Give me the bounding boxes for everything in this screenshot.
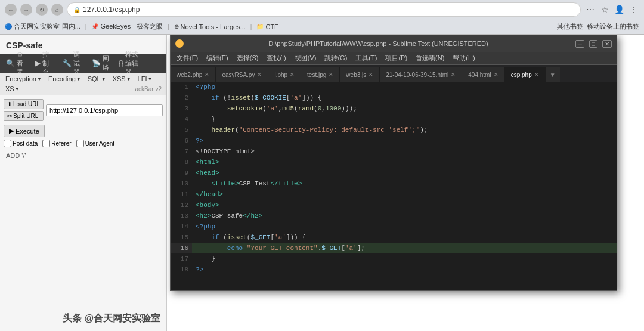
line-num-4: 4	[171, 114, 192, 125]
tab-404html[interactable]: 404.html ✕	[462, 67, 504, 82]
hackbar-sql-menu[interactable]: SQL ▼	[85, 74, 109, 83]
tab-label-21-html: 21-04-10-06-39-15.html	[386, 72, 448, 78]
code-line-11: </head>	[192, 189, 617, 200]
forward-button[interactable]: →	[20, 4, 32, 16]
tab-close-testjpg[interactable]: ✕	[329, 72, 333, 78]
postdata-checkbox[interactable]	[4, 140, 11, 147]
hackbar-body: ⬆ Load URL ✂ Split URL ▶ Execute	[0, 95, 166, 331]
execute-button[interactable]: ▶ Execute	[4, 125, 45, 137]
bookmark-item-2[interactable]: ⊕ Novel Tools - Larges...	[174, 23, 246, 30]
tab-web3js[interactable]: web3.js ✕	[340, 67, 380, 82]
line-num-5: 5	[171, 125, 192, 135]
code-line-5: header("Content-Security-Policy: default…	[192, 125, 617, 135]
browser-titlebar: ← → ↻ ⌂ 🔒 127.0.0.1/csp.php ⋯ ☆ 👤 ⋮	[0, 0, 644, 19]
hackbar-encoding-menu[interactable]: Encoding ▼	[45, 74, 84, 83]
url-input[interactable]	[46, 104, 163, 116]
sublime-menu-tools[interactable]: 工具(T)	[352, 52, 380, 64]
hackbar-xs-menu[interactable]: XS ▼	[2, 84, 23, 94]
code-line-9: <head>	[192, 168, 617, 178]
sublime-restore-button[interactable]: □	[589, 40, 597, 48]
code-line-17: }	[192, 253, 617, 264]
sublime-menu-edit[interactable]: 编辑(E)	[203, 52, 232, 64]
code-line-16: echo "Your GET content".$_GET['a'];	[192, 243, 617, 253]
menu-button[interactable]: ⋮	[627, 4, 639, 16]
sublime-menu-view[interactable]: 视图(V)	[291, 52, 320, 64]
tab-close-cspphp[interactable]: ✕	[534, 72, 539, 78]
bookmark-icon-0: 🔵	[5, 23, 12, 30]
code-line-18: ?>	[192, 264, 617, 275]
bookmark-item-3[interactable]: 📁 CTF	[256, 23, 278, 30]
sublime-gutter: 1 2 3 4 5 6 7 8 9 10 11 12 13 14 15 16 1	[171, 82, 192, 290]
sublime-menu-find[interactable]: 查找(I)	[263, 52, 289, 64]
load-url-button[interactable]: ⬆ Load URL	[4, 99, 44, 109]
sublime-menu-select[interactable]: 选择(S)	[233, 52, 262, 64]
other-bookmarks[interactable]: 其他书签	[557, 22, 583, 31]
tab-easyrsa[interactable]: easyRSA.py ✕	[216, 67, 268, 82]
load-url-label: Load URL	[13, 101, 40, 107]
add-slash-button[interactable]: ADD '/'	[4, 151, 163, 160]
tab-web2php[interactable]: web2.php ✕	[171, 67, 216, 82]
tab-close-404html[interactable]: ✕	[494, 72, 499, 78]
profile-button[interactable]: 👤	[613, 4, 625, 16]
tab-close-21html[interactable]: ✕	[451, 72, 456, 78]
sublime-minimize-button[interactable]: ─	[175, 39, 184, 48]
mobile-bookmarks[interactable]: 移动设备上的书签	[587, 22, 639, 31]
address-bar[interactable]: 🔒 127.0.0.1/csp.php	[67, 2, 581, 17]
devtool-network[interactable]: 📡 网络	[89, 53, 112, 73]
sublime-code-area[interactable]: <?php if (!isset($_COOKIE['a'])) { setco…	[192, 82, 617, 290]
referer-checkbox-label[interactable]: Referer	[42, 140, 71, 147]
encoding-arrow: ▼	[76, 76, 81, 82]
referer-checkbox[interactable]	[42, 140, 50, 147]
code-line-3: setcookie('a',md5(rand(0,1000)));	[192, 103, 617, 114]
sublime-menu-help[interactable]: 帮助(H)	[449, 52, 478, 64]
tabs-more-button[interactable]: ▼	[546, 67, 560, 82]
browser-action-buttons: ⋯ ☆ 👤 ⋮	[584, 4, 639, 16]
sublime-menu-preferences[interactable]: 首选项(N)	[412, 52, 448, 64]
hackbar-lfi-menu[interactable]: LFI ▼	[135, 74, 156, 83]
tab-close-easyrsa[interactable]: ✕	[257, 72, 262, 78]
useragent-checkbox-label[interactable]: User Agent	[76, 140, 114, 147]
sublime-tabs: web2.php ✕ easyRSA.py ✕ l.php ✕ test.jpg…	[171, 65, 617, 82]
hackbar-checkboxes: Post data Referer User Agent	[4, 140, 163, 147]
hackbar-xss-menu[interactable]: XSS ▼	[110, 74, 134, 83]
tab-close-web2php[interactable]: ✕	[205, 72, 209, 78]
useragent-label: User Agent	[85, 140, 114, 147]
tab-lphp[interactable]: l.php ✕	[268, 67, 301, 82]
hackbar-execute-row: ▶ Execute Post data Referer	[4, 125, 163, 147]
tab-21-html[interactable]: 21-04-10-06-39-15.html ✕	[380, 67, 462, 82]
referer-label: Referer	[51, 140, 71, 147]
line-num-1: 1	[171, 82, 192, 92]
bookmark-item-0[interactable]: 🔵 合天网安实验室-国内...	[5, 22, 80, 31]
tab-close-web3js[interactable]: ✕	[369, 72, 373, 78]
encryption-label: Encryption	[5, 75, 36, 82]
useragent-checkbox[interactable]	[76, 140, 84, 147]
bookmarks-bar: 🔵 合天网安实验室-国内... | 📌 GeekEyes - 极客之眼 | ⊕ …	[0, 19, 644, 35]
back-button[interactable]: ←	[5, 4, 17, 16]
tab-close-lphp[interactable]: ✕	[290, 72, 295, 78]
tab-cspphp[interactable]: csp.php ✕	[505, 67, 546, 82]
hackbar-encryption-menu[interactable]: Encryption ▼	[2, 74, 45, 83]
code-line-8: <html>	[192, 157, 617, 168]
network-label: 网络	[103, 54, 109, 72]
reload-button[interactable]: ↻	[36, 4, 48, 16]
home-button[interactable]: ⌂	[51, 4, 63, 16]
bookmark-label-3: CTF	[265, 23, 278, 30]
bookmark-item-1[interactable]: 📌 GeekEyes - 极客之眼	[91, 22, 163, 31]
devtool-more[interactable]: ⋯	[151, 58, 163, 69]
sublime-menu-goto[interactable]: 跳转(G)	[321, 52, 351, 64]
sublime-close-button[interactable]: ─	[575, 40, 584, 48]
line-num-9: 9	[171, 168, 192, 178]
postdata-checkbox-label[interactable]: Post data	[4, 140, 38, 147]
sublime-menu-file[interactable]: 文件(F)	[173, 52, 202, 64]
sublime-menu-project[interactable]: 项目(P)	[382, 52, 411, 64]
postdata-label: Post data	[13, 140, 38, 147]
devtool-more-icon: ⋯	[154, 60, 160, 67]
split-url-button[interactable]: ✂ Split URL	[4, 111, 44, 121]
star-button[interactable]: ☆	[599, 4, 611, 16]
lock-icon: 🔒	[73, 7, 80, 13]
tab-label-lphp: l.php	[274, 72, 287, 78]
tab-testjpg[interactable]: test.jpg ✕	[301, 67, 340, 82]
extensions-button[interactable]: ⋯	[584, 4, 596, 16]
other-bookmarks-label: 其他书签	[557, 22, 583, 31]
sublime-x-button[interactable]: ✕	[602, 40, 612, 48]
